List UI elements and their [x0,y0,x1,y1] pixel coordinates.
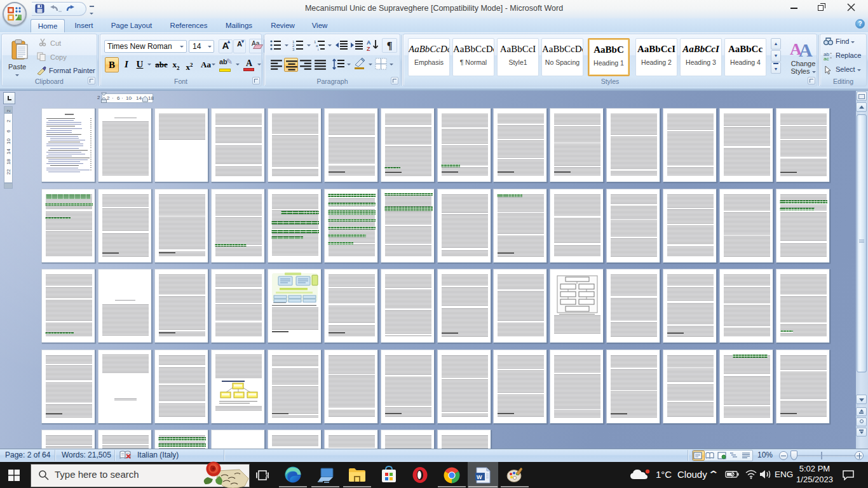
svg-text:A: A [799,39,813,57]
svg-text:Z: Z [367,46,370,51]
svg-text:ac: ac [824,56,829,60]
svg-text:3: 3 [292,48,295,51]
svg-text:W: W [477,474,482,480]
svg-text:i: i [318,48,318,51]
svg-text:A: A [367,39,371,46]
